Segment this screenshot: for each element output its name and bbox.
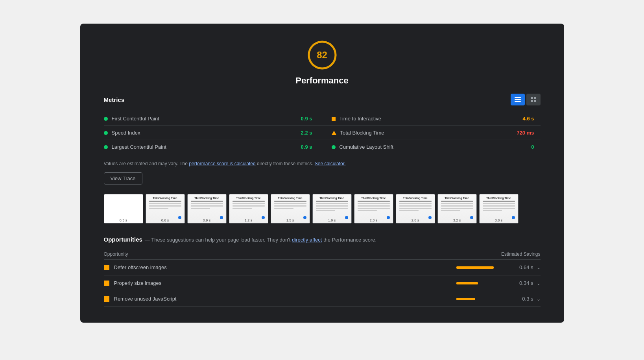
main-panel: 82 Performance Metrics [80,24,564,323]
grid-view-button[interactable] [526,94,541,105]
chevron-down-icon: ⌄ [537,281,541,286]
score-circle: 82 [306,39,338,71]
opp-bar-container [456,298,504,300]
metric-first-contentful-paint: First Contentful Paint 0.9 s [104,112,322,126]
metric-value: 4.6 s [523,116,534,122]
opp-savings: 0.64 s [510,264,533,270]
opp-savings: 0.3 s [510,296,533,302]
metric-cumulative-layout-shift: Cumulative Layout Shift 0 [322,140,541,154]
chevron-down-icon: ⌄ [537,296,541,302]
metric-indicator [332,145,336,149]
opportunities-title: Opportunities [104,236,142,243]
metric-value: 2.2 s [301,130,312,136]
filmstrip-timestamp: 3.8 s [480,218,518,222]
opportunities-header: Opportunities — These suggestions can he… [104,236,541,243]
filmstrip-timestamp: 0.9 s [188,218,226,222]
opp-icon [104,265,109,270]
view-toggle [511,94,541,105]
opp-savings: 0.34 s [510,280,533,286]
opp-row-defer-offscreen[interactable]: Defer offscreen images 0.64 s ⌄ [104,260,541,275]
opp-icon [104,281,109,286]
metric-value: 720 ms [517,130,534,136]
opportunities-desc: — These suggestions can help your page l… [145,237,376,243]
filmstrip-timestamp: 0.3 s [104,218,143,222]
metric-value: 0.9 s [301,116,312,122]
filmstrip-timestamp: 2.3 s [354,218,393,222]
metric-name: Cumulative Layout Shift [340,144,393,150]
metric-indicator [104,145,108,149]
outer-wrapper: 82 Performance Metrics [0,0,644,360]
filmstrip-frame[interactable]: ThinBlocking Time 1.5 s [271,194,310,223]
view-trace-button[interactable]: View Trace [104,172,142,185]
metric-value: 0.9 s [301,144,312,150]
opp-col-opportunity: Opportunity [104,251,128,257]
metric-speed-index: Speed Index 2.2 s [104,126,322,140]
filmstrip-frame[interactable]: ThinBlocking Time 3.2 s [437,194,477,223]
opportunities-section: Opportunities — These suggestions can he… [80,236,564,307]
metric-indicator [104,117,108,121]
opp-table-header: Opportunity Estimated Savings [104,249,541,260]
metric-value: 0 [531,144,534,150]
metric-name: First Contentful Paint [112,116,159,122]
opp-bar [456,282,478,284]
list-view-button[interactable] [511,94,525,105]
grid-icon [531,97,536,102]
performance-score-link[interactable]: performance score is calculated [189,161,255,166]
see-calculator-link[interactable]: See calculator. [315,161,346,166]
metrics-note: Values are estimated and may vary. The p… [104,154,541,172]
metric-time-to-interactive: Time to Interactive 4.6 s [322,112,541,126]
filmstrip-frame[interactable]: ThinBlocking Time 2.3 s [354,194,393,223]
opp-bar-container [456,282,504,284]
opp-bar [456,266,494,269]
filmstrip-frame[interactable]: ThinBlocking Time 1.2 s [229,194,268,223]
filmstrip-timestamp: 1.2 s [229,218,268,222]
filmstrip-timestamp: 0.6 s [146,218,185,222]
metrics-section: Metrics [80,94,564,230]
metrics-grid: First Contentful Paint 0.9 s Time to Int… [104,112,541,154]
directly-affect-link[interactable]: directly affect [292,237,322,243]
opp-icon [104,296,109,302]
opp-name: Remove unused JavaScript [114,296,456,302]
opp-bar-container [456,266,504,269]
score-section: 82 Performance [80,24,564,94]
metric-indicator [332,117,336,121]
filmstrip-frame[interactable]: ThinBlocking Time 1.9 s [312,194,352,223]
filmstrip-timestamp: 1.9 s [313,218,351,222]
filmstrip-frame[interactable]: ThinBlocking Time 0.6 s [146,194,185,223]
opp-bar [456,298,475,300]
opp-row-properly-size[interactable]: Properly size images 0.34 s ⌄ [104,275,541,291]
filmstrip-frame[interactable]: ThinBlocking Time 2.8 s [396,194,435,223]
metrics-header: Metrics [104,94,541,105]
metrics-label: Metrics [104,96,125,103]
opp-name: Defer offscreen images [114,264,456,270]
metric-name: Total Blocking Time [340,130,384,136]
filmstrip-frame[interactable]: ThinBlocking Time 3.8 s [479,194,519,223]
opp-name: Properly size images [114,280,456,286]
opp-row-remove-unused-js[interactable]: Remove unused JavaScript 0.3 s ⌄ [104,291,541,307]
metric-name: Speed Index [112,130,140,136]
filmstrip-frame[interactable]: 0.3 s [104,194,143,223]
list-icon [515,97,521,102]
metric-largest-contentful-paint: Largest Contentful Paint 0.9 s [104,140,322,154]
filmstrip-timestamp: 1.5 s [271,218,310,222]
filmstrip-timestamp: 2.8 s [396,218,435,222]
score-number: 82 [317,50,327,61]
filmstrip: 0.3 s ThinBlocking Time 0.6 [104,192,541,230]
metric-indicator [332,131,336,135]
metric-name: Largest Contentful Paint [112,144,166,150]
metric-indicator [104,131,108,135]
performance-title: Performance [295,76,349,86]
chevron-down-icon: ⌄ [537,265,541,270]
metric-total-blocking-time: Total Blocking Time 720 ms [322,126,541,140]
filmstrip-timestamp: 3.2 s [438,218,476,222]
filmstrip-frame[interactable]: ThinBlocking Time 0.9 s [187,194,227,223]
opp-col-savings: Estimated Savings [501,251,540,257]
metric-name: Time to Interactive [340,116,381,122]
